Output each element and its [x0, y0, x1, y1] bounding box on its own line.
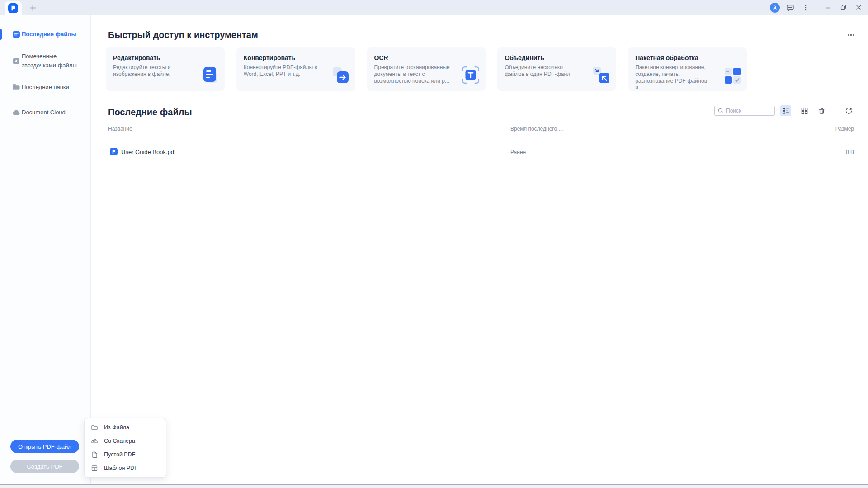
close-button[interactable]: [853, 2, 864, 14]
file-row[interactable]: User Guide Book.pdf Ранее 0 B: [91, 145, 868, 160]
create-pdf-button[interactable]: Создать PDF: [10, 460, 79, 473]
list-view-icon[interactable]: [780, 105, 791, 116]
maximize-button[interactable]: [837, 2, 849, 14]
scanner-icon: [91, 437, 98, 445]
card-merge[interactable]: Объединить Объедините несколько файлов в…: [497, 47, 616, 91]
menu-item-label: Пустой PDF: [104, 451, 135, 458]
sidebar-item-recent-files[interactable]: Последние файлы: [0, 28, 91, 41]
sidebar-item-label: Помеченные звездочками файлы: [22, 52, 80, 70]
card-description: Объедините несколько файлов в один PDF-ф…: [505, 64, 582, 78]
sidebar-item-recent-folders[interactable]: Последние папки: [0, 81, 91, 93]
card-title: Объединить: [505, 54, 609, 61]
main-content: Быстрый доступ к инструментам Редактиров…: [91, 15, 868, 484]
edit-icon: [200, 66, 219, 86]
merge-icon: [592, 66, 611, 86]
card-description: Редактируйте тексты и изображения в файл…: [113, 64, 191, 78]
starred-files-icon: [12, 57, 20, 65]
quick-access-title: Быстрый доступ к инструментам: [108, 30, 258, 40]
card-convert[interactable]: Конвертировать Конвертируйте PDF-файлы в…: [236, 47, 355, 91]
menu-item-label: Со Сканера: [104, 438, 135, 444]
menu-item-from-scanner[interactable]: Со Сканера: [85, 434, 166, 448]
sidebar-item-document-cloud[interactable]: Document Cloud: [0, 107, 91, 118]
account-avatar-icon[interactable]: [770, 3, 780, 13]
menu-item-template-pdf[interactable]: Шаблон PDF: [85, 461, 166, 475]
menu-item-label: Шаблон PDF: [104, 465, 138, 471]
blank-page-icon: [91, 451, 98, 458]
titlebar-separator: [817, 4, 817, 11]
menu-item-from-file[interactable]: Из Файла: [85, 421, 166, 434]
search-input[interactable]: [726, 108, 772, 114]
recent-files-title: Последние файлы: [108, 107, 192, 117]
refresh-icon[interactable]: [843, 105, 854, 116]
active-indicator: [0, 29, 2, 40]
sidebar: Последние файлы Помеченные звездочками ф…: [0, 15, 91, 484]
toolbar-separator: [835, 107, 835, 114]
card-description: Превратите отсканированные документы в т…: [374, 64, 452, 84]
open-pdf-button[interactable]: Открыть PDF-файл: [10, 440, 79, 453]
column-header-name[interactable]: Название: [108, 126, 132, 132]
more-horizontal-icon[interactable]: [845, 31, 857, 38]
menu-item-blank-pdf[interactable]: Пустой PDF: [85, 448, 166, 461]
card-title: Редактировать: [113, 54, 217, 61]
recent-folders-icon: [12, 83, 20, 91]
menu-item-label: Из Файла: [104, 424, 129, 431]
document-cloud-icon: [12, 108, 20, 117]
column-header-time[interactable]: Время последнего ...: [510, 126, 563, 132]
batch-icon: [723, 66, 741, 86]
minimize-button[interactable]: [822, 2, 834, 14]
card-title: Конвертировать: [244, 54, 348, 61]
card-description: Пакетное конвертирование, создание, печа…: [635, 64, 713, 91]
recent-files-icon: [12, 30, 20, 38]
trash-icon[interactable]: [816, 105, 827, 116]
new-tab-button[interactable]: [28, 3, 37, 12]
file-time: Ранее: [510, 149, 526, 155]
quick-access-cards: Редактировать Редактируйте тексты и изоб…: [106, 47, 747, 91]
sidebar-item-label: Последние файлы: [22, 30, 80, 39]
ocr-icon: [461, 66, 480, 86]
card-description: Конвертируйте PDF-файлы в Word, Excel, P…: [244, 64, 321, 78]
pdf-file-icon: [110, 148, 118, 155]
card-title: OCR: [374, 54, 479, 61]
more-vertical-icon[interactable]: [801, 3, 811, 13]
sidebar-item-starred-files[interactable]: Помеченные звездочками файлы: [0, 52, 91, 70]
titlebar: [0, 0, 868, 15]
search-box[interactable]: [714, 106, 775, 116]
home-tab[interactable]: [5, 1, 22, 15]
card-batch[interactable]: Пакетная обработка Пакетное конвертирова…: [628, 47, 747, 91]
file-name: User Guide Book.pdf: [121, 149, 176, 155]
card-title: Пакетная обработка: [635, 54, 740, 61]
window-bottom-edge: [0, 484, 868, 488]
sidebar-item-label: Последние папки: [22, 83, 80, 92]
file-size: 0 B: [846, 149, 854, 155]
create-pdf-menu: Из Файла Со Сканера Пустой PDF Шаблон PD…: [84, 418, 166, 478]
folder-icon: [91, 424, 98, 431]
column-header-size[interactable]: Размер: [835, 126, 854, 132]
feedback-icon[interactable]: [785, 3, 795, 13]
sidebar-item-label: Document Cloud: [22, 108, 80, 117]
search-icon: [717, 108, 724, 114]
pdfelement-logo-icon: [8, 3, 18, 13]
convert-icon: [331, 66, 350, 86]
grid-view-icon[interactable]: [799, 105, 810, 116]
card-edit[interactable]: Редактировать Редактируйте тексты и изоб…: [106, 47, 225, 91]
template-icon: [91, 465, 98, 472]
card-ocr[interactable]: OCR Превратите отсканированные документы…: [367, 47, 486, 91]
